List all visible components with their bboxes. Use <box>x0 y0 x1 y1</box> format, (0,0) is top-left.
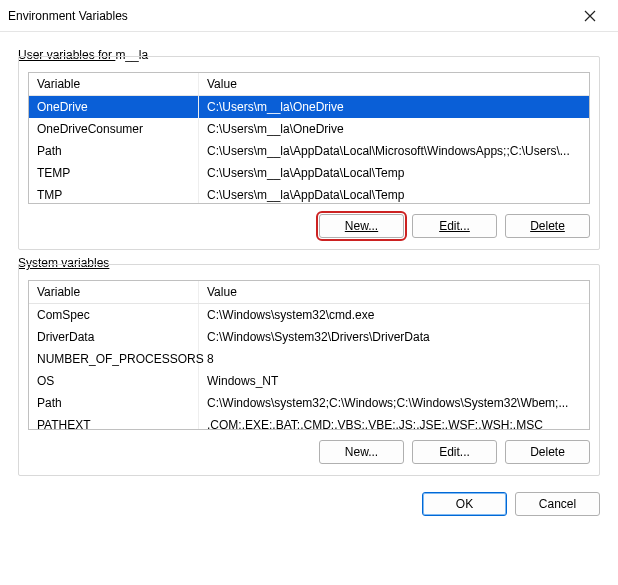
window-title: Environment Variables <box>8 9 570 23</box>
table-row[interactable]: TMPC:\Users\m__la\AppData\Local\Temp <box>29 184 589 204</box>
system-col-variable[interactable]: Variable <box>29 281 199 303</box>
table-row[interactable]: NUMBER_OF_PROCESSORS8 <box>29 348 589 370</box>
table-row[interactable]: OneDriveC:\Users\m__la\OneDrive <box>29 96 589 118</box>
system-new-button[interactable]: New... <box>319 440 404 464</box>
variable-value-cell: C:\Users\m__la\OneDrive <box>199 96 589 118</box>
system-variables-legend: System variables <box>18 256 113 270</box>
system-button-row: New... Edit... Delete <box>28 440 590 464</box>
table-row[interactable]: OSWindows_NT <box>29 370 589 392</box>
table-row[interactable]: PathC:\Windows\system32;C:\Windows;C:\Wi… <box>29 392 589 414</box>
variable-value-cell: C:\Windows\System32\Drivers\DriverData <box>199 326 589 348</box>
variable-value-cell: 8 <box>199 348 589 370</box>
cancel-button[interactable]: Cancel <box>515 492 600 516</box>
variable-name-cell: TMP <box>29 184 199 204</box>
variable-name-cell: OneDrive <box>29 96 199 118</box>
variable-name-cell: OS <box>29 370 199 392</box>
variable-name-cell: ComSpec <box>29 304 199 326</box>
user-variables-legend: User variables for m__la <box>18 48 152 62</box>
variable-value-cell: Windows_NT <box>199 370 589 392</box>
variable-name-cell: NUMBER_OF_PROCESSORS <box>29 348 199 370</box>
user-list-header: Variable Value <box>29 73 589 96</box>
user-delete-button[interactable]: Delete <box>505 214 590 238</box>
dialog-content: User variables for m__la Variable Value … <box>0 32 618 532</box>
variable-name-cell: TEMP <box>29 162 199 184</box>
user-variables-group: User variables for m__la Variable Value … <box>18 56 600 250</box>
close-icon <box>584 10 596 22</box>
table-row[interactable]: PathC:\Users\m__la\AppData\Local\Microso… <box>29 140 589 162</box>
table-row[interactable]: ComSpecC:\Windows\system32\cmd.exe <box>29 304 589 326</box>
variable-name-cell: OneDriveConsumer <box>29 118 199 140</box>
variable-name-cell: Path <box>29 392 199 414</box>
user-variables-legend-user: m__la <box>115 48 148 62</box>
variable-name-cell: PATHEXT <box>29 414 199 430</box>
user-col-value[interactable]: Value <box>199 73 589 95</box>
system-edit-button[interactable]: Edit... <box>412 440 497 464</box>
table-row[interactable]: TEMPC:\Users\m__la\AppData\Local\Temp <box>29 162 589 184</box>
variable-value-cell: C:\Windows\system32;C:\Windows;C:\Window… <box>199 392 589 414</box>
close-button[interactable] <box>570 0 610 32</box>
variable-value-cell: C:\Users\m__la\AppData\Local\Temp <box>199 184 589 204</box>
variable-name-cell: Path <box>29 140 199 162</box>
ok-button[interactable]: OK <box>422 492 507 516</box>
variable-value-cell: C:\Users\m__la\AppData\Local\Temp <box>199 162 589 184</box>
system-delete-button[interactable]: Delete <box>505 440 590 464</box>
user-col-variable[interactable]: Variable <box>29 73 199 95</box>
system-list-header: Variable Value <box>29 281 589 304</box>
user-new-button[interactable]: New... <box>319 214 404 238</box>
titlebar: Environment Variables <box>0 0 618 32</box>
system-variables-group: System variables Variable Value ComSpecC… <box>18 264 600 476</box>
table-row[interactable]: PATHEXT.COM;.EXE;.BAT;.CMD;.VBS;.VBE;.JS… <box>29 414 589 430</box>
table-row[interactable]: DriverDataC:\Windows\System32\Drivers\Dr… <box>29 326 589 348</box>
variable-value-cell: .COM;.EXE;.BAT;.CMD;.VBS;.VBE;.JS;.JSE;.… <box>199 414 589 430</box>
system-col-value[interactable]: Value <box>199 281 589 303</box>
table-row[interactable]: OneDriveConsumerC:\Users\m__la\OneDrive <box>29 118 589 140</box>
user-variables-legend-prefix: User variables for <box>18 48 115 62</box>
variable-name-cell: DriverData <box>29 326 199 348</box>
system-variables-list[interactable]: Variable Value ComSpecC:\Windows\system3… <box>28 280 590 430</box>
variable-value-cell: C:\Users\m__la\OneDrive <box>199 118 589 140</box>
user-variables-list[interactable]: Variable Value OneDriveC:\Users\m__la\On… <box>28 72 590 204</box>
variable-value-cell: C:\Windows\system32\cmd.exe <box>199 304 589 326</box>
variable-value-cell: C:\Users\m__la\AppData\Local\Microsoft\W… <box>199 140 589 162</box>
user-edit-button[interactable]: Edit... <box>412 214 497 238</box>
user-button-row: New... Edit... Delete <box>28 214 590 238</box>
dialog-button-row: OK Cancel <box>18 492 600 516</box>
